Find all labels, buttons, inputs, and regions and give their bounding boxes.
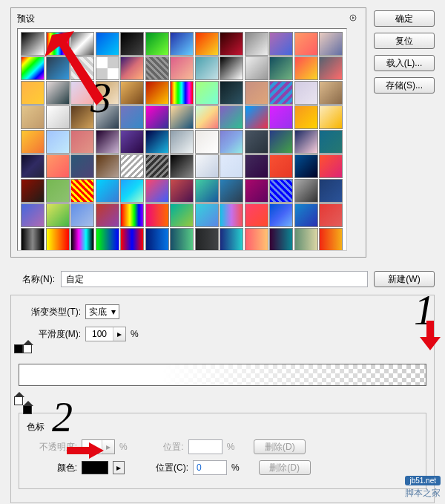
- gradient-swatch[interactable]: [269, 130, 293, 154]
- gradient-swatch[interactable]: [145, 81, 169, 105]
- spinner-caret-icon[interactable]: ▸: [113, 327, 125, 341]
- gradient-swatch[interactable]: [195, 179, 219, 203]
- gradient-swatch[interactable]: [170, 56, 194, 80]
- gradient-swatch[interactable]: [96, 154, 119, 178]
- gradient-swatch[interactable]: [245, 179, 268, 203]
- gradient-swatch[interactable]: [120, 228, 144, 251]
- color-stop-right[interactable]: [23, 405, 32, 414]
- opacity-stop-left[interactable]: [14, 344, 23, 353]
- gradient-swatch[interactable]: [319, 32, 343, 56]
- gradient-swatch[interactable]: [195, 81, 219, 105]
- gradient-type-select[interactable]: 实底 ▾: [85, 304, 119, 319]
- gradient-swatch[interactable]: [220, 130, 243, 154]
- gradient-swatch[interactable]: [170, 203, 194, 227]
- color-swatch[interactable]: [82, 461, 108, 474]
- opacity-stop-right[interactable]: [23, 344, 32, 353]
- gradient-swatch[interactable]: [70, 228, 94, 251]
- gradient-swatch[interactable]: [269, 32, 293, 56]
- gradient-swatch[interactable]: [294, 32, 318, 56]
- gradient-swatch[interactable]: [145, 56, 169, 80]
- gradient-swatch[interactable]: [21, 228, 44, 251]
- gradient-swatch[interactable]: [245, 56, 268, 80]
- gradient-swatch[interactable]: [46, 56, 70, 80]
- gradient-swatch[interactable]: [21, 179, 44, 203]
- gradient-swatch[interactable]: [269, 203, 293, 227]
- gradient-swatch[interactable]: [70, 154, 94, 178]
- gradient-swatch[interactable]: [145, 154, 169, 178]
- gradient-swatch[interactable]: [294, 56, 318, 80]
- gradient-swatch[interactable]: [269, 179, 293, 203]
- gradient-swatch[interactable]: [46, 203, 70, 227]
- gradient-swatch[interactable]: [195, 228, 219, 251]
- gradient-swatch[interactable]: [294, 105, 318, 129]
- gradient-swatch[interactable]: [120, 81, 144, 105]
- gradient-swatch[interactable]: [294, 203, 318, 227]
- color-stop-left[interactable]: [14, 396, 23, 405]
- name-input[interactable]: [61, 271, 368, 287]
- gradient-swatch[interactable]: [96, 105, 119, 129]
- presets-menu-icon[interactable]: [348, 13, 358, 23]
- gradient-swatch[interactable]: [46, 81, 70, 105]
- gradient-swatch[interactable]: [220, 32, 243, 56]
- gradient-swatch[interactable]: [96, 32, 119, 56]
- gradient-swatch[interactable]: [294, 179, 318, 203]
- gradient-swatch[interactable]: [170, 179, 194, 203]
- gradient-swatch[interactable]: [120, 179, 144, 203]
- gradient-swatch[interactable]: [21, 203, 44, 227]
- gradient-swatch[interactable]: [319, 56, 343, 80]
- load-button[interactable]: 载入(L)...: [374, 55, 435, 71]
- gradient-swatch[interactable]: [195, 154, 219, 178]
- gradient-swatch[interactable]: [21, 130, 44, 154]
- gradient-swatch[interactable]: [170, 228, 194, 251]
- color-position-input[interactable]: [193, 460, 227, 475]
- gradient-swatch[interactable]: [96, 203, 119, 227]
- gradient-swatch[interactable]: [319, 228, 343, 251]
- gradient-swatch[interactable]: [220, 203, 243, 227]
- gradient-swatch[interactable]: [96, 130, 119, 154]
- gradient-swatch[interactable]: [294, 81, 318, 105]
- gradient-swatch[interactable]: [46, 154, 70, 178]
- gradient-swatch[interactable]: [145, 203, 169, 227]
- gradient-swatch[interactable]: [70, 32, 94, 56]
- gradient-swatch[interactable]: [120, 203, 144, 227]
- gradient-swatch[interactable]: [269, 81, 293, 105]
- color-menu-icon[interactable]: ▸: [113, 461, 125, 474]
- gradient-swatch[interactable]: [120, 56, 144, 80]
- gradient-swatch[interactable]: [170, 154, 194, 178]
- gradient-swatch[interactable]: [170, 130, 194, 154]
- gradient-swatch[interactable]: [220, 154, 243, 178]
- gradient-swatch[interactable]: [220, 105, 243, 129]
- gradient-swatch[interactable]: [96, 228, 119, 251]
- gradient-swatch[interactable]: [269, 105, 293, 129]
- gradient-swatch[interactable]: [120, 154, 144, 178]
- gradient-swatch[interactable]: [46, 130, 70, 154]
- gradient-swatch[interactable]: [145, 179, 169, 203]
- gradient-swatch[interactable]: [96, 179, 119, 203]
- gradient-swatch[interactable]: [120, 130, 144, 154]
- gradient-swatch[interactable]: [21, 105, 44, 129]
- gradient-swatch[interactable]: [195, 203, 219, 227]
- gradient-swatch[interactable]: [70, 105, 94, 129]
- gradient-swatch[interactable]: [70, 81, 94, 105]
- ok-button[interactable]: 确定: [374, 10, 435, 27]
- gradient-swatch[interactable]: [170, 32, 194, 56]
- gradient-swatch[interactable]: [170, 105, 194, 129]
- reset-button[interactable]: 复位: [374, 33, 435, 49]
- gradient-swatch[interactable]: [195, 130, 219, 154]
- gradient-swatch[interactable]: [319, 81, 343, 105]
- gradient-swatch[interactable]: [46, 228, 70, 251]
- gradient-swatch[interactable]: [319, 154, 343, 178]
- gradient-swatch[interactable]: [46, 179, 70, 203]
- gradient-swatch[interactable]: [294, 228, 318, 251]
- gradient-swatch[interactable]: [195, 56, 219, 80]
- gradient-swatch[interactable]: [220, 56, 243, 80]
- gradient-swatch[interactable]: [269, 56, 293, 80]
- gradient-swatch[interactable]: [195, 105, 219, 129]
- gradient-swatch[interactable]: [294, 154, 318, 178]
- gradient-swatch[interactable]: [120, 105, 144, 129]
- save-button[interactable]: 存储(S)...: [374, 77, 435, 94]
- gradient-swatch[interactable]: [145, 105, 169, 129]
- gradient-swatch[interactable]: [245, 228, 268, 251]
- gradient-swatch[interactable]: [21, 154, 44, 178]
- gradient-swatch[interactable]: [245, 32, 268, 56]
